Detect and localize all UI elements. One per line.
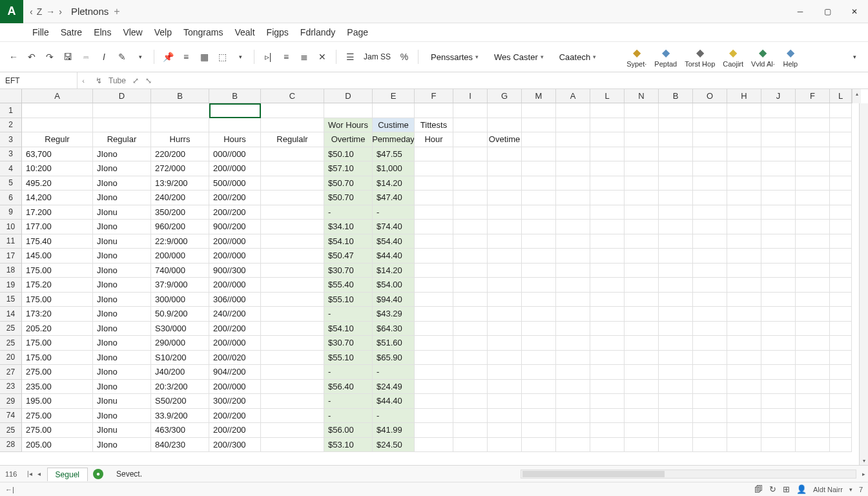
cell[interactable] bbox=[556, 234, 590, 249]
ribbon-peptad[interactable]: ◆Peptad bbox=[654, 46, 677, 68]
cell[interactable] bbox=[796, 438, 830, 453]
cell[interactable] bbox=[261, 176, 324, 191]
cell[interactable]: JIonu bbox=[93, 423, 151, 438]
cell[interactable] bbox=[488, 336, 522, 351]
cell[interactable] bbox=[556, 380, 590, 395]
cell[interactable] bbox=[453, 118, 488, 133]
cell[interactable] bbox=[453, 380, 488, 395]
cell[interactable]: $54.00 bbox=[373, 278, 415, 293]
cell[interactable] bbox=[488, 365, 522, 380]
new-tab-button[interactable]: + bbox=[114, 6, 119, 17]
cell[interactable]: 37:9/000 bbox=[151, 278, 209, 293]
cell[interactable] bbox=[556, 293, 590, 307]
cell[interactable]: 50.9/200 bbox=[151, 307, 209, 322]
cell[interactable] bbox=[625, 351, 659, 366]
cell[interactable] bbox=[590, 293, 625, 307]
cell[interactable]: 175.20 bbox=[22, 278, 93, 293]
cell[interactable] bbox=[93, 118, 151, 133]
cell[interactable] bbox=[488, 147, 522, 162]
cell[interactable]: 200//000 bbox=[209, 161, 261, 176]
cell[interactable] bbox=[625, 322, 659, 336]
cell[interactable]: $57.10 bbox=[324, 161, 373, 176]
cell[interactable] bbox=[590, 278, 625, 293]
menu-fdrlandy[interactable]: Fdrlandy bbox=[300, 27, 335, 37]
cell[interactable] bbox=[488, 307, 522, 322]
cell[interactable] bbox=[693, 205, 727, 220]
cell[interactable] bbox=[796, 365, 830, 380]
cell[interactable] bbox=[453, 249, 488, 264]
cell[interactable] bbox=[453, 147, 488, 162]
cell[interactable]: 200//000 bbox=[209, 380, 261, 395]
cell[interactable] bbox=[261, 438, 324, 453]
cell[interactable] bbox=[625, 278, 659, 293]
row-header[interactable]: 3 bbox=[0, 132, 22, 147]
cell[interactable] bbox=[727, 220, 761, 234]
cell[interactable] bbox=[659, 423, 693, 438]
cell[interactable] bbox=[556, 147, 590, 162]
cell[interactable]: - bbox=[324, 307, 373, 322]
cell[interactable] bbox=[488, 351, 522, 366]
cell[interactable] bbox=[761, 234, 796, 249]
cell[interactable] bbox=[761, 249, 796, 264]
cell[interactable] bbox=[453, 176, 488, 191]
list2-icon[interactable]: ☰ bbox=[343, 50, 357, 64]
cell[interactable] bbox=[415, 336, 453, 351]
cell[interactable] bbox=[830, 264, 852, 278]
vertical-scrollbar[interactable]: ▾ bbox=[859, 103, 868, 465]
cell[interactable] bbox=[453, 103, 488, 118]
menu-velp[interactable]: Velp bbox=[154, 27, 172, 37]
cell[interactable]: Hurrs bbox=[151, 132, 209, 147]
cell[interactable] bbox=[693, 103, 727, 118]
cell[interactable]: JIono bbox=[93, 409, 151, 424]
row-header[interactable]: 25 bbox=[0, 322, 22, 336]
penssartes-dropdown[interactable]: Penssartes▾ bbox=[425, 50, 484, 64]
sync-icon[interactable]: ↻ bbox=[769, 484, 776, 494]
cell[interactable] bbox=[625, 438, 659, 453]
cell[interactable]: $43.29 bbox=[373, 307, 415, 322]
cell[interactable]: - bbox=[373, 365, 415, 380]
cell[interactable] bbox=[693, 438, 727, 453]
cell[interactable] bbox=[453, 365, 488, 380]
cell[interactable] bbox=[556, 191, 590, 205]
cell[interactable]: JIono bbox=[93, 191, 151, 205]
cell[interactable] bbox=[261, 278, 324, 293]
cell[interactable] bbox=[625, 365, 659, 380]
cell[interactable] bbox=[796, 380, 830, 395]
add-icon[interactable]: ⊞ bbox=[783, 484, 790, 494]
cell[interactable] bbox=[453, 336, 488, 351]
cell[interactable] bbox=[522, 191, 556, 205]
cell[interactable]: 495.20 bbox=[22, 176, 93, 191]
cell[interactable]: $50.47 bbox=[324, 249, 373, 264]
cell[interactable] bbox=[415, 307, 453, 322]
clear-icon[interactable]: ✕ bbox=[315, 50, 329, 64]
cell[interactable]: Hour bbox=[415, 132, 453, 147]
cell[interactable] bbox=[488, 264, 522, 278]
cell[interactable] bbox=[261, 322, 324, 336]
cell[interactable]: $56.40 bbox=[324, 380, 373, 395]
cell[interactable] bbox=[830, 351, 852, 366]
cell[interactable]: $74.40 bbox=[373, 220, 415, 234]
cell[interactable] bbox=[488, 394, 522, 409]
cell[interactable] bbox=[659, 191, 693, 205]
cell[interactable]: JIono bbox=[93, 293, 151, 307]
cell[interactable]: 175.40 bbox=[22, 234, 93, 249]
cell[interactable] bbox=[453, 438, 488, 453]
cell[interactable] bbox=[522, 293, 556, 307]
cell[interactable] bbox=[522, 205, 556, 220]
cell[interactable] bbox=[488, 249, 522, 264]
cell[interactable]: 300//200 bbox=[209, 394, 261, 409]
cell[interactable]: 20:3/200 bbox=[151, 380, 209, 395]
cell[interactable]: JIonu bbox=[93, 234, 151, 249]
col-header-19[interactable]: L bbox=[830, 89, 852, 103]
cell[interactable] bbox=[556, 205, 590, 220]
cell[interactable] bbox=[151, 118, 209, 133]
cell[interactable] bbox=[727, 322, 761, 336]
cell[interactable] bbox=[830, 322, 852, 336]
cell[interactable] bbox=[625, 293, 659, 307]
cell[interactable] bbox=[659, 161, 693, 176]
cell[interactable] bbox=[830, 191, 852, 205]
cell[interactable] bbox=[415, 365, 453, 380]
cell[interactable] bbox=[625, 205, 659, 220]
cell[interactable]: JIono bbox=[93, 307, 151, 322]
cell[interactable] bbox=[727, 147, 761, 162]
